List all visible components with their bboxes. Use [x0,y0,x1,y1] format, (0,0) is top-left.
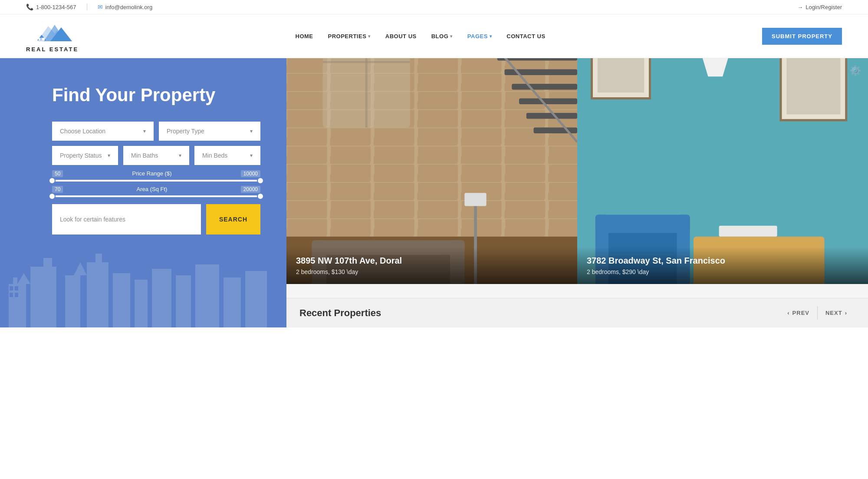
svg-rect-9 [10,293,13,297]
features-row: Look for certain features + SEARCH [52,204,260,235]
area-range-thumb-left[interactable] [49,193,56,200]
properties-panel: 3895 NW 107th Ave, Doral 2 bedrooms, $13… [286,58,868,327]
svg-rect-23 [245,271,267,327]
min-beds-select[interactable]: Min Beds ▾ [194,146,260,165]
next-button[interactable]: NEXT › [818,306,855,320]
property-status-select[interactable]: Property Status ▾ [52,146,118,165]
min-baths-label: Min Baths [131,152,158,159]
search-button[interactable]: SEARCH [206,204,260,235]
area-max-value: 20000 [241,186,260,193]
property-type-select[interactable]: Property Type ▾ [159,122,260,141]
svg-rect-21 [195,264,219,327]
prev-arrow-icon: ‹ [787,310,789,316]
area-range-values: 70 Area (Sq Ft) 20000 [52,186,260,193]
svg-rect-56 [598,58,644,92]
nav-contact[interactable]: CONTACT US [500,30,551,43]
svg-rect-46 [464,193,486,206]
chevron-down-icon: ▾ [368,34,371,39]
chevron-down-icon: ▾ [490,34,492,39]
svg-rect-33 [497,58,577,60]
area-range-track [52,195,260,197]
logo[interactable]: REAL ESTATE [26,20,79,53]
area-range-label: Area (Sq Ft) [137,186,168,193]
area-range-thumb-right[interactable] [257,193,264,200]
gear-icon: ⚙️ [849,65,861,76]
area-range-section: 70 Area (Sq Ft) 20000 [52,186,260,197]
submit-property-button[interactable]: SUBMIT PROPERTY [762,28,842,45]
min-baths-select[interactable]: Min Baths ▾ [123,146,189,165]
phone-icon: 📞 [26,3,33,10]
svg-rect-60 [595,215,690,233]
nav-arrows: ‹ PREV NEXT › [779,306,855,320]
add-features-button[interactable]: + [175,210,193,228]
features-placeholder: Look for certain features [60,216,125,223]
property-1-address: 3895 NW 107th Ave, Doral [296,255,568,266]
svg-rect-36 [519,99,577,104]
login-register[interactable]: → Login/Register [797,4,842,10]
chevron-down-icon: ▾ [250,128,253,134]
svg-rect-12 [30,267,56,327]
property-card-1-overlay: 3895 NW 107th Ave, Doral 2 bedrooms, $13… [286,247,577,284]
svg-rect-13 [43,258,52,267]
property-type-label: Property Type [167,128,204,135]
login-icon: → [797,4,803,10]
logo-icon [33,20,72,45]
svg-rect-5 [40,37,42,40]
svg-marker-25 [74,262,87,275]
svg-rect-18 [135,280,148,327]
form-row-1: Choose Location ▾ Property Type ▾ [52,122,260,141]
nav-about[interactable]: ABOUT US [379,30,423,43]
price-range-fill [52,180,260,182]
location-select[interactable]: Choose Location ▾ [52,122,154,141]
phone-number: 1-800-1234-567 [36,4,76,10]
chevron-down-icon: ▾ [250,152,253,159]
svg-rect-66 [719,226,777,237]
svg-rect-15 [87,262,108,327]
property-2-details: 2 bedrooms, $290 \day [587,268,858,275]
chevron-down-icon: ▾ [143,128,146,134]
nav-properties[interactable]: PROPERTIES ▾ [322,30,377,43]
svg-rect-20 [176,275,191,327]
nav-home[interactable]: HOME [289,30,319,43]
price-range-values: 50 Price Range ($) 10000 [52,170,260,177]
property-status-label: Property Status [60,152,102,159]
login-label: Login/Register [806,4,842,10]
search-form: Choose Location ▾ Property Type ▾ Proper… [52,122,260,235]
price-range-track [52,180,260,182]
property-card-2-image: ⚙️ 3782 Broadway St, San Francisco 2 bed… [577,58,868,284]
logo-text: REAL ESTATE [26,46,79,53]
hero-panel: Find Your Property Choose Location ▾ Pro… [0,58,286,327]
nav-blog[interactable]: BLOG ▾ [425,30,459,43]
property-card-2-overlay: 3782 Broadway St, San Francisco 2 bedroo… [577,247,868,284]
price-range-thumb-right[interactable] [257,177,264,184]
prev-button[interactable]: ‹ PREV [779,306,818,320]
chevron-down-icon: ▾ [450,34,453,39]
svg-rect-58 [786,58,840,114]
property-card-1-image: 3895 NW 107th Ave, Doral 2 bedrooms, $13… [286,58,577,284]
price-min-value: 50 [52,170,63,177]
area-min-value: 70 [52,186,63,193]
form-row-2: Property Status ▾ Min Baths ▾ Min Beds ▾ [52,146,260,165]
svg-rect-10 [15,293,18,297]
email-item: ✉ info@demolink.org [98,3,153,10]
price-range-label: Price Range ($) [132,170,171,177]
property-card-1[interactable]: 3895 NW 107th Ave, Doral 2 bedrooms, $13… [286,58,577,298]
recent-properties-title: Recent Properties [299,307,381,319]
features-input-container: Look for certain features + [52,204,201,235]
svg-rect-17 [113,273,130,327]
email-address: info@demolink.org [105,4,153,10]
nav-pages[interactable]: PAGES ▾ [461,30,498,43]
price-range-section: 50 Price Range ($) 10000 [52,170,260,182]
property-card-2[interactable]: ⚙️ 3782 Broadway St, San Francisco 2 bed… [577,58,868,298]
property-1-details: 2 bedrooms, $130 \day [296,268,568,275]
top-bar: 📞 1-800-1234-567 ✉ info@demolink.org → L… [0,0,868,14]
price-range-thumb-left[interactable] [49,177,56,184]
svg-rect-8 [15,286,18,291]
location-label: Choose Location [60,128,105,135]
divider [87,3,87,10]
next-arrow-icon: › [845,310,847,316]
price-max-value: 10000 [241,170,260,177]
recent-properties-bar: Recent Properties ‹ PREV NEXT › [286,298,868,327]
svg-rect-38 [534,128,578,133]
top-bar-left: 📞 1-800-1234-567 ✉ info@demolink.org [26,3,152,10]
